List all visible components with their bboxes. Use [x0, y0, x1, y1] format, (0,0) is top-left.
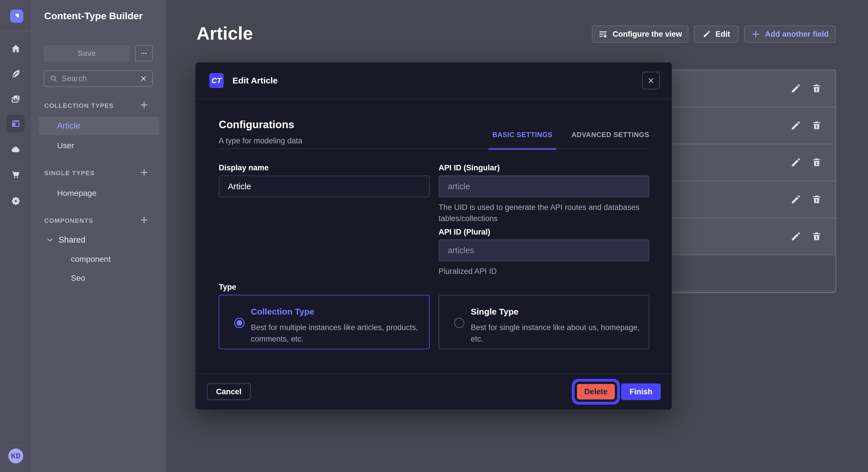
close-icon [647, 76, 655, 85]
edit-field-pencil-icon[interactable] [790, 231, 801, 242]
edit-field-pencil-icon[interactable] [790, 194, 801, 205]
strip-divider [0, 445, 32, 446]
plus-icon [140, 168, 148, 177]
edit-field-pencil-icon[interactable] [790, 157, 801, 168]
footer-divider [195, 373, 672, 374]
sidebar-item-component[interactable]: component [71, 255, 111, 264]
radio-unselected-icon[interactable] [454, 318, 464, 328]
delete-field-trash-icon[interactable] [811, 157, 823, 168]
display-name-input[interactable] [219, 175, 430, 197]
avatar[interactable]: KD [8, 448, 23, 463]
api-id-singular-hint: The UID is used to generate the API rout… [439, 202, 640, 224]
content-type-builder-panel: Content-Type Builder Save COLLECTION TYP… [32, 0, 166, 472]
search-input[interactable] [58, 74, 140, 83]
content-type-builder-icon [11, 119, 21, 129]
finish-button[interactable]: Finish [621, 383, 661, 400]
configure-list-icon [598, 29, 608, 39]
close-button[interactable] [642, 72, 660, 90]
modal-header: CT Edit Article [195, 63, 672, 99]
plus-icon [751, 30, 761, 39]
cloud-icon[interactable] [11, 144, 21, 155]
pencil-icon [702, 30, 711, 38]
components-heading: COMPONENTS [44, 217, 93, 225]
chevron-down-icon [46, 236, 54, 244]
content-type-badge: CT [209, 73, 224, 88]
api-id-plural-label: API ID (Plural) [439, 228, 490, 237]
panel-title: Content-Type Builder [44, 10, 143, 22]
collection-type-option[interactable]: Collection Type Best for multiple instan… [219, 295, 430, 349]
add-single-type-button[interactable] [138, 166, 150, 179]
page-title: Article [197, 23, 253, 43]
add-component-button[interactable] [138, 214, 150, 226]
display-name-label: Display name [219, 164, 269, 172]
components-group-label: Shared [59, 235, 86, 245]
sidebar-item-homepage[interactable]: Homepage [57, 189, 96, 198]
plus-icon [140, 101, 148, 109]
delete-field-trash-icon[interactable] [811, 120, 823, 131]
settings-gear-icon[interactable] [11, 196, 21, 206]
single-type-description: Best for single instance like about us, … [471, 322, 649, 345]
strapi-logo-icon[interactable] [10, 9, 23, 23]
search-icon [50, 74, 58, 83]
tab-advanced-settings[interactable]: ADVANCED SETTINGS [571, 131, 649, 148]
configure-view-button[interactable]: Configure the view [592, 26, 688, 43]
modal-title: Edit Article [232, 76, 278, 86]
marketplace-cart-icon[interactable] [11, 169, 21, 179]
sidebar-item-user[interactable]: User [57, 141, 74, 150]
search-box [43, 70, 153, 87]
collection-type-description: Best for multiple instances like article… [251, 322, 429, 345]
type-label: Type [219, 283, 236, 292]
cancel-button[interactable]: Cancel [207, 383, 251, 400]
edit-field-pencil-icon[interactable] [790, 120, 801, 131]
single-type-option[interactable]: Single Type Best for single instance lik… [439, 295, 649, 349]
clear-search-icon[interactable] [140, 74, 148, 82]
delete-button[interactable]: Delete [577, 384, 615, 400]
sidebar-item-label: Article [57, 121, 81, 131]
content-type-builder-nav-active[interactable] [7, 115, 25, 133]
configurations-subtitle: A type for modeling data [219, 136, 302, 145]
delete-field-trash-icon[interactable] [811, 231, 823, 242]
single-types-heading: SINGLE TYPES [44, 169, 95, 177]
more-options-button[interactable] [135, 45, 153, 61]
api-id-singular-label: API ID (Singular) [439, 164, 500, 172]
tabs-divider [219, 148, 649, 149]
add-collection-type-button[interactable] [138, 99, 150, 111]
collection-type-title: Collection Type [251, 307, 314, 316]
edit-button[interactable]: Edit [694, 26, 739, 43]
plus-icon [140, 216, 148, 224]
configurations-title: Configurations [219, 119, 294, 131]
main-nav-strip: KD [0, 0, 32, 472]
delete-field-trash-icon[interactable] [811, 83, 823, 94]
add-another-field-button[interactable]: Add another field [744, 26, 836, 43]
collection-types-heading: COLLECTION TYPES [44, 102, 114, 109]
radio-selected-icon[interactable] [234, 318, 245, 328]
settings-tabs: BASIC SETTINGS ADVANCED SETTINGS [492, 131, 649, 148]
edit-article-modal: CT Edit Article Configurations A type fo… [195, 63, 672, 409]
api-id-plural-input[interactable] [439, 239, 649, 261]
tab-basic-settings[interactable]: BASIC SETTINGS [492, 131, 553, 148]
media-library-icon[interactable] [11, 94, 21, 104]
delete-field-trash-icon[interactable] [811, 194, 823, 205]
edit-field-pencil-icon[interactable] [790, 83, 801, 94]
components-group-shared[interactable]: Shared [46, 235, 86, 245]
sidebar-item-seo[interactable]: Seo [71, 274, 85, 283]
sidebar-item-article[interactable]: Article [39, 117, 159, 135]
ellipsis-icon [140, 49, 148, 58]
api-id-singular-input[interactable] [439, 175, 649, 197]
save-button[interactable]: Save [43, 45, 130, 61]
header-divider [0, 32, 166, 32]
home-icon[interactable] [11, 43, 21, 54]
api-id-plural-hint: Pluralized API ID [439, 266, 497, 277]
content-manager-icon[interactable] [11, 69, 21, 79]
single-type-title: Single Type [471, 307, 518, 316]
